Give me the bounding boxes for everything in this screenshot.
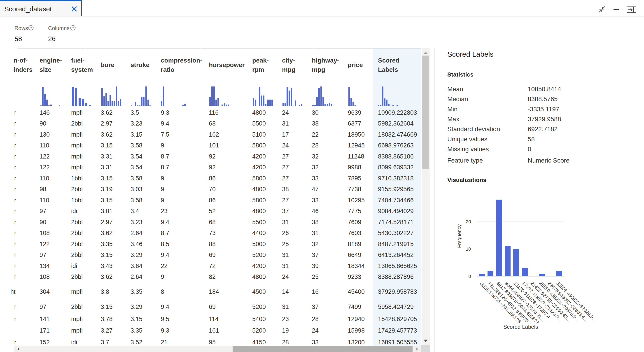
svg-text:?: ?	[30, 26, 32, 30]
svg-text:?: ?	[72, 26, 74, 30]
